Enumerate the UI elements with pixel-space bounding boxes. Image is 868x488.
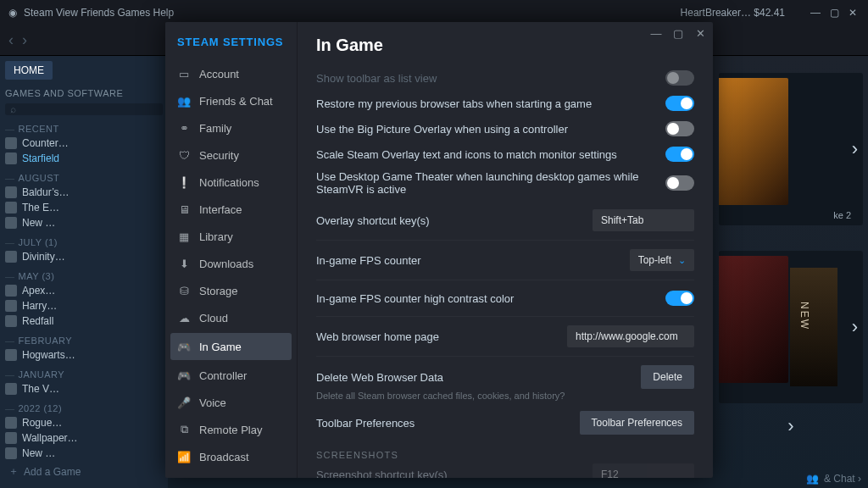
divider [316, 240, 694, 241]
game-name: Redfall [22, 315, 53, 327]
sidebar-item-interface[interactable]: 🖥Interface [165, 196, 297, 223]
library-game-item[interactable]: The E… [5, 202, 163, 214]
library-category[interactable]: JANUARY [5, 369, 163, 380]
library-game-item[interactable]: Starfield [5, 152, 163, 164]
voice-icon: 🎤 [177, 396, 191, 409]
big-picture-toggle[interactable] [665, 121, 694, 136]
game-icon [5, 285, 17, 297]
tab-home[interactable]: HOME [5, 61, 53, 80]
library-search[interactable]: ⌕ [5, 103, 163, 115]
library-category[interactable]: RECENT [5, 124, 163, 134]
sidebar-item-library[interactable]: ▦Library [165, 223, 297, 250]
sidebar-item-label: Voice [199, 396, 226, 409]
screenshot-shortcut-input[interactable]: F12 [593, 463, 694, 478]
big-picture-label: Use the Big Picture Overlay when using a… [316, 123, 665, 136]
toolbar-list-toggle[interactable] [665, 70, 694, 86]
game-name: Harry… [22, 300, 57, 312]
sidebar-item-controller[interactable]: 🎮Controller [165, 362, 297, 389]
nav-back-icon[interactable]: ‹ [8, 31, 14, 49]
chevron-right-icon[interactable]: › [852, 316, 858, 338]
game-icon [5, 186, 17, 198]
sidebar-item-in-game[interactable]: 🎮In Game [170, 333, 292, 360]
sidebar-item-downloads[interactable]: ⬇Downloads [165, 250, 297, 277]
game-icon [5, 202, 17, 214]
row-screenshot-shortcut: Screenshot shortcut key(s) F12 [316, 460, 694, 478]
add-game-button[interactable]: ＋Add a Game [5, 459, 163, 484]
sidebar-item-storage[interactable]: ⛁Storage [165, 277, 297, 304]
settings-title: STEAM SETTINGS [165, 36, 297, 60]
library-game-item[interactable]: Baldur’s… [5, 186, 163, 198]
chevron-right-icon[interactable]: › [852, 138, 858, 160]
friends-chat-label: & Chat › [824, 473, 861, 485]
delete-browser-label: Delete Web Browser Data [316, 371, 641, 384]
sidebar-item-security[interactable]: 🛡Security [165, 141, 297, 169]
sidebar-item-voice[interactable]: 🎤Voice [165, 389, 297, 416]
sidebar-item-label: Friends & Chat [199, 95, 273, 108]
library-game-item[interactable]: New … [5, 447, 163, 459]
plus-icon: ＋ [8, 464, 19, 479]
sidebar-item-account[interactable]: ▭Account [165, 60, 297, 87]
sidebar-item-notifications[interactable]: ❕Notifications [165, 169, 297, 196]
row-desktop-theater: Use Desktop Game Theater when launching … [316, 167, 694, 199]
sidebar-item-broadcast[interactable]: 📶Broadcast [165, 443, 297, 470]
user-block[interactable]: HeartBreaker… $42.41 [681, 7, 785, 19]
game-name: New … [22, 447, 55, 459]
library-category[interactable]: 2022 (12) [5, 403, 163, 413]
fps-contrast-toggle[interactable] [665, 291, 694, 306]
row-big-picture: Use the Big Picture Overlay when using a… [316, 116, 694, 141]
game-name: The E… [22, 202, 59, 214]
cloud-icon: ☁ [177, 311, 191, 324]
main-maximize-icon[interactable]: ▢ [827, 7, 841, 19]
delete-browser-subtext: Delete all Steam browser cached files, c… [316, 391, 694, 401]
scale-overlay-toggle[interactable] [665, 147, 694, 162]
library-game-item[interactable]: Rogue… [5, 417, 163, 429]
library-game-item[interactable]: Counter… [5, 137, 163, 149]
sidebar-item-label: Broadcast [199, 451, 249, 463]
fps-counter-select[interactable]: Top-left ⌄ [630, 249, 694, 271]
sidebar-item-label: Downloads [199, 258, 253, 270]
toolbar-pref-button[interactable]: Toolbar Preferences [580, 411, 694, 435]
library-game-item[interactable]: Wallpaper… [5, 432, 163, 444]
storage-icon: ⛁ [177, 284, 191, 297]
main-close-icon[interactable]: ✕ [846, 7, 860, 19]
library-category[interactable]: JULY (1) [5, 237, 163, 247]
library-game-item[interactable]: Hogwarts… [5, 349, 163, 361]
carousel-card[interactable]: › NEW [719, 251, 863, 403]
toolbar-pref-label: Toolbar Preferences [316, 417, 580, 430]
sidebar-item-cloud[interactable]: ☁Cloud [165, 304, 297, 331]
overlay-shortcut-input[interactable]: Shift+Tab [593, 209, 694, 231]
friends-chat-button[interactable]: 👥& Chat › [806, 473, 861, 485]
desktop-theater-toggle[interactable] [665, 175, 694, 191]
sidebar-item-music[interactable]: ♫Music [165, 470, 297, 478]
library-category[interactable]: MAY (3) [5, 271, 163, 281]
sidebar-item-label: Storage [199, 285, 238, 297]
carousel-card[interactable]: › ke 2 [719, 73, 863, 225]
library-game-item[interactable]: Redfall [5, 315, 163, 327]
homepage-input[interactable]: http://www.google.com [567, 325, 694, 347]
library-game-item[interactable]: The V… [5, 383, 163, 395]
sidebar-item-remote-play[interactable]: ⧉Remote Play [165, 416, 297, 443]
game-thumbnail [719, 78, 788, 205]
sidebar-item-family[interactable]: ⚭Family [165, 114, 297, 141]
library-category[interactable]: FEBRUARY [5, 336, 163, 346]
row-restore-tabs: Restore my previous browser tabs when st… [316, 91, 694, 116]
nav-forward-icon[interactable]: › [22, 31, 27, 49]
chevron-right-icon[interactable]: › [719, 415, 863, 437]
library-game-item[interactable]: Harry… [5, 300, 163, 312]
page-heading: In Game [316, 36, 694, 55]
row-fps-counter: In-game FPS counter Top-left ⌄ [316, 246, 694, 274]
delete-browser-button[interactable]: Delete [641, 365, 694, 389]
remote-icon: ⧉ [177, 423, 191, 436]
library-category[interactable]: AUGUST [5, 173, 163, 183]
restore-tabs-toggle[interactable] [665, 96, 694, 111]
game-name: The V… [22, 383, 59, 395]
library-game-item[interactable]: Apex… [5, 285, 163, 297]
row-overlay-shortcut: Overlay shortcut key(s) Shift+Tab [316, 206, 694, 235]
library-game-item[interactable]: New … [5, 217, 163, 229]
main-menubar[interactable]: Steam View Friends Games Help [24, 7, 174, 19]
sidebar-item-friends-chat[interactable]: 👥Friends & Chat [165, 87, 297, 114]
library-game-item[interactable]: Divinity… [5, 251, 163, 263]
library-sidebar: HOME GAMES AND SOFTWARE ⌕ RECENTCounter…… [0, 56, 168, 488]
search-icon: ⌕ [10, 103, 16, 115]
main-minimize-icon[interactable]: — [809, 7, 822, 19]
